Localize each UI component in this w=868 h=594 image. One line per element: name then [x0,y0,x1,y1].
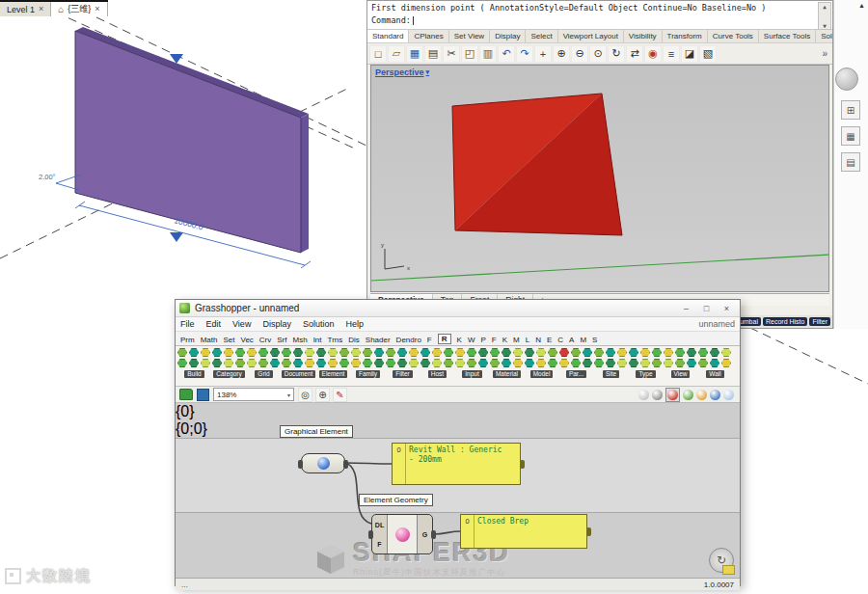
component-hex-icon[interactable] [328,359,338,367]
panel-revit-wall[interactable]: 0 Revit Wall : Generic - 200mm [392,443,521,485]
component-hex-icon[interactable] [189,359,199,367]
component-hex-icon[interactable] [420,348,430,357]
gh-tab-w-15[interactable]: W [468,336,475,344]
component-hex-icon[interactable] [409,359,419,367]
component-hex-icon[interactable] [675,359,685,367]
viewport-menu-caret-icon[interactable]: ▾ [426,68,430,76]
minimize-button[interactable]: – [677,301,695,315]
component-hex-icon[interactable] [177,359,187,367]
component-hex-icon[interactable] [444,359,453,367]
cut-icon[interactable]: ✂ [443,45,460,63]
group-label-graphical-element[interactable]: Graphical Element [280,425,353,438]
component-hex-icon[interactable] [548,359,557,367]
gh-tab-c-23[interactable]: C [557,336,563,344]
component-hex-icon[interactable] [583,348,592,357]
gh-tab-k-14[interactable]: K [457,336,462,344]
menu-display[interactable]: Display [262,319,291,329]
component-hex-icon[interactable] [351,348,361,357]
component-hex-icon[interactable] [525,348,534,357]
paste-icon[interactable]: ▥ [479,45,497,63]
component-hex-icon[interactable] [397,359,407,367]
component-hex-icon[interactable] [293,359,303,367]
component-hex-icon[interactable] [235,348,245,357]
zoom-in-icon[interactable]: ⊕ [315,388,330,402]
gh-tab-prm-0[interactable]: Prm [180,336,195,344]
input-nub[interactable] [368,530,373,539]
component-hex-icon[interactable] [721,348,731,357]
gh-tab-r-13[interactable]: R [438,334,451,344]
component-hex-icon[interactable] [571,348,581,357]
print-icon[interactable]: ▤ [424,45,442,63]
close-tab-icon[interactable]: × [39,5,43,14]
component-hex-icon[interactable] [328,348,338,357]
component-hex-icon[interactable] [270,348,280,357]
preview-blue-icon[interactable] [710,390,720,400]
menu-help[interactable]: Help [345,319,364,329]
zoom-dropdown[interactable]: 138% ▾ [213,388,294,401]
gh-tab-set-2[interactable]: Set [223,336,234,344]
component-hex-icon[interactable] [339,348,349,357]
component-hex-icon[interactable] [652,359,662,367]
zoom-target-icon[interactable]: ⊙ [589,45,607,63]
component-hex-icon[interactable] [432,359,442,367]
input-nub[interactable] [298,460,303,469]
component-hex-icon[interactable] [698,348,708,357]
display-panel-icon[interactable]: ▦ [841,126,860,146]
component-hex-icon[interactable] [594,359,604,367]
swap-view-icon[interactable]: ⇄ [626,45,643,63]
rhino-tab-display[interactable]: Display [490,30,526,42]
component-hex-icon[interactable] [212,359,222,367]
component-hex-icon[interactable] [258,348,268,357]
component-hex-icon[interactable] [420,359,430,367]
component-hex-icon[interactable] [363,359,372,367]
viewport-title[interactable]: Perspective ▾ [375,68,429,77]
gh-tab-srf-5[interactable]: Srf [277,336,286,344]
gh-tab-msh-6[interactable]: Msh [293,336,308,344]
command-input-caret[interactable] [413,16,414,25]
sketch-pen-icon[interactable]: ✎ [333,388,347,402]
gh-tab-a-24[interactable]: A [569,336,574,344]
component-hex-icon[interactable] [258,359,268,367]
gh-tab-p-16[interactable]: P [480,336,485,344]
component-hex-icon[interactable] [189,348,199,357]
menu-edit[interactable]: Edit [206,319,222,329]
component-hex-icon[interactable] [282,348,291,357]
component-hex-icon[interactable] [629,348,638,357]
component-hex-icon[interactable] [652,348,662,357]
component-hex-icon[interactable] [478,348,488,357]
display-mode-icon[interactable]: ◪ [681,45,698,63]
view-tab-level-1[interactable]: Level 1 × [0,2,51,16]
component-hex-icon[interactable] [490,348,500,357]
component-hex-icon[interactable] [212,348,222,357]
angle-value[interactable]: 2.00° [39,173,56,181]
open-file-icon[interactable] [179,389,193,400]
component-hex-icon[interactable] [640,359,650,367]
component-hex-icon[interactable] [444,348,453,357]
perspective-viewport[interactable]: Perspective ▾ y x [370,65,829,292]
input-label[interactable]: F [377,541,381,548]
component-hex-icon[interactable] [432,348,442,357]
rhino-tab-solid-t[interactable]: Solid T [816,30,832,42]
status-toggle-filter[interactable]: Filter [809,317,830,326]
status-toggle-record-histo[interactable]: Record Histo [763,317,807,326]
toolbar-overflow-icon[interactable]: » [819,48,830,59]
component-hex-icon[interactable] [664,348,673,357]
gh-tab-dis-9[interactable]: Dis [348,336,360,344]
layers-panel-icon[interactable]: ⊞ [841,100,860,120]
output-label[interactable]: G [422,531,427,538]
save-file-icon[interactable] [197,389,209,401]
output-nub[interactable] [586,527,591,536]
rhino-tab-viewport-layout[interactable]: Viewport Layout [558,30,624,42]
gh-tab-n-21[interactable]: N [535,336,541,344]
component-hex-icon[interactable] [201,348,210,357]
panel-closed-brep[interactable]: 0 Closed Brep [460,514,587,549]
rhino-tab-standard[interactable]: Standard [367,30,409,42]
component-hex-icon[interactable] [224,359,233,367]
component-hex-icon[interactable] [247,359,257,367]
component-hex-icon[interactable] [224,348,233,357]
preview-shaded-icon[interactable] [652,390,663,400]
component-hex-icon[interactable] [201,359,210,367]
gh-tab-crv-4[interactable]: Crv [259,336,271,344]
rhino-tab-curve-tools[interactable]: Curve Tools [708,30,759,42]
component-hex-icon[interactable] [675,348,685,357]
